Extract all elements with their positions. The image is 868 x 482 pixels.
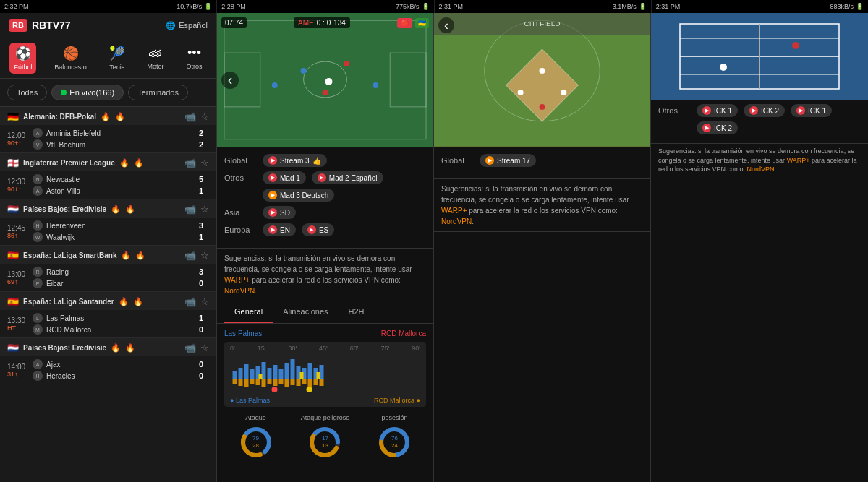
league-dfb-actions[interactable]: 📹 ☆ (184, 111, 209, 122)
ick1-btn-2[interactable]: ▶ ICK 1 (791, 104, 832, 117)
mad2-btn[interactable]: ▶ Mad 2 Español (312, 171, 383, 184)
team-heerenveen: Heerenveen (46, 222, 85, 230)
svg-point-78 (792, 42, 799, 49)
nordvpn-link[interactable]: NordVPN (224, 287, 255, 295)
language-button[interactable]: 🌐 Español (166, 21, 208, 30)
record-icon-2[interactable]: 📹 (184, 158, 196, 168)
league-premier-actions[interactable]: 📹 ☆ (184, 158, 209, 168)
record-icon-6[interactable]: 📹 (184, 343, 196, 353)
record-icon-4[interactable]: 📹 (184, 250, 196, 261)
match-laspalmas-mallorca[interactable]: 13:30 HT L Las Palmas 1 M RCD Mallorca 0 (0, 310, 216, 338)
tennis-court (651, 13, 868, 100)
middle-nordvpn-link[interactable]: NordVPN (441, 218, 472, 225)
tab-todas[interactable]: Todas (7, 85, 47, 100)
league-eredivisie-2-actions[interactable]: 📹 ☆ (184, 343, 209, 353)
status-bar-1: 2:32 PM 10.7kB/s 🔋 (0, 0, 217, 13)
svg-rect-44 (308, 379, 312, 387)
ick2-btn-2[interactable]: ▶ ICK 2 (697, 121, 738, 134)
star-icon-3[interactable]: ☆ (200, 204, 209, 215)
match-ajax-heracles[interactable]: 14:00 31↑ A Ajax 0 H Heracles 0 (0, 356, 216, 384)
main-suggestion: Sugerencias: si la transmisión en vivo s… (217, 249, 433, 301)
star-icon-5[interactable]: ☆ (200, 296, 209, 307)
team-logo-villa: A (33, 186, 43, 196)
sport-motor[interactable]: 🏎 Motor (143, 43, 169, 74)
tab-general[interactable]: General (224, 301, 273, 323)
stat-ataque-peligroso: Ataque peligroso 17 13 (301, 414, 350, 460)
right-warp-link[interactable]: WARP+ (787, 157, 810, 164)
team-logo-ajax: A (33, 359, 43, 369)
ick1-btn-1[interactable]: ▶ ICK 1 (697, 104, 738, 117)
middle-video[interactable]: CITI FIELD ‹ (434, 13, 650, 147)
tab-terminados[interactable]: Terminados (128, 85, 188, 100)
score-heerenveen: 3 (199, 221, 209, 230)
right-panel-tennis: Otros ▶ ICK 1 ▶ ICK 2 ▶ ICK 1 (651, 13, 868, 482)
match-heerenveen-waalwijk[interactable]: 12:45 86↑ H Heerenveen 3 W Waalwijk 1 (0, 218, 216, 246)
league-eredivisie-1-actions[interactable]: 📹 ☆ (184, 204, 209, 215)
star-icon[interactable]: ☆ (200, 111, 209, 122)
filter-tabs: Todas En vivo(166) Terminados (0, 79, 216, 107)
tab-alineaciones[interactable]: Alineaciones (273, 301, 338, 323)
middle-warp-link[interactable]: WARP+ (441, 207, 467, 215)
match-newcastle-villa[interactable]: 12:30 90+↑ N Newcastle 5 A Aston Villa 1 (0, 171, 216, 199)
fire-6: 🔥 (125, 205, 135, 214)
timeline-chart: 0'15'30'45'60'75'90' (224, 342, 426, 407)
warp-link[interactable]: WARP+ (224, 276, 250, 284)
stream3-btn[interactable]: ▶ Stream 3 👍 (263, 154, 327, 167)
fire-11: 🔥 (111, 343, 121, 353)
stats-section: Las Palmas RCD Mallorca 0'15'30'45'60'75… (217, 324, 433, 482)
score-racing: 3 (199, 267, 209, 276)
flag-eng: 🏴󠁧󠁢󠁥󠁮󠁧󠁿 (7, 158, 19, 168)
score-newcastle: 5 (199, 175, 209, 184)
tab-h2h[interactable]: H2H (339, 301, 375, 323)
en-btn[interactable]: ▶ EN (263, 223, 296, 236)
league-premier-info: 🏴󠁧󠁢󠁥󠁮󠁧󠁿 Inglaterra: Premier League 🔥 🔥 (7, 158, 144, 168)
league-dfb-name: Alemania: DFB-Pokal (23, 113, 96, 121)
main-video[interactable]: 07:74 AME 0 : 0 134 🔴 🇺🇦 ‹ (217, 13, 433, 147)
team-logo-bielefeld: A (33, 128, 43, 138)
league-santander-actions[interactable]: 📹 ☆ (184, 296, 209, 307)
ick2-btn-1[interactable]: ▶ ICK 2 (744, 104, 785, 117)
tab-en-vivo[interactable]: En vivo(166) (51, 85, 124, 100)
league-eredivisie-2: 🇳🇱 Países Bajos: Eredivisie 🔥 🔥 📹 ☆ (0, 338, 216, 356)
svg-rect-46 (320, 379, 324, 386)
team-logo-bochum: V (33, 139, 43, 150)
star-icon-2[interactable]: ☆ (200, 158, 209, 168)
middle-global-label: Global (441, 156, 474, 165)
fire-10: 🔥 (133, 297, 143, 306)
star-icon-6[interactable]: ☆ (200, 343, 209, 353)
score-mallorca: 0 (199, 325, 209, 334)
sd-btn[interactable]: ▶ SD (263, 206, 296, 219)
video-overlay: 07:74 AME 0 : 0 134 🔴 🇺🇦 (217, 13, 433, 147)
match-racing-eibar[interactable]: 13:00 69↑ R Racing 3 E Eibar 0 (0, 264, 216, 292)
mad3-btn[interactable]: ▶ Mad 3 Deutsch (263, 189, 334, 202)
play-icon-es: ▶ (307, 225, 316, 234)
svg-rect-35 (256, 379, 260, 385)
sport-otros[interactable]: ••• Otros (182, 43, 207, 74)
record-icon-5[interactable]: 📹 (184, 296, 196, 307)
middle-nav-arrows[interactable]: ‹ (438, 17, 454, 33)
prev-arrow[interactable]: ‹ (221, 72, 239, 89)
stats-header: Las Palmas RCD Mallorca (224, 330, 426, 337)
logo: RB RBTV77 (9, 19, 71, 32)
league-premier-name: Inglaterra: Premier League (23, 159, 115, 167)
league-smartbank-actions[interactable]: 📹 ☆ (184, 250, 209, 261)
sport-baloncesto[interactable]: 🏀 Baloncesto (50, 43, 91, 74)
right-video[interactable] (651, 13, 868, 100)
team-rcd-header: RCD Mallorca (381, 330, 426, 337)
play-icon-ick2-2: ▶ (702, 124, 711, 132)
fire-9: 🔥 (119, 297, 129, 306)
star-icon-4[interactable]: ☆ (200, 250, 209, 261)
stream17-btn[interactable]: ▶ Stream 17 (480, 154, 536, 167)
mad1-btn[interactable]: ▶ Mad 1 (263, 171, 306, 184)
es-btn[interactable]: ▶ ES (302, 223, 334, 236)
sport-futbol[interactable]: ⚽ Fútbol (9, 43, 36, 74)
match-bielefeld-bochum[interactable]: 12:00 90+↑ A Arminia Bielefeld 2 V VfL B… (0, 125, 216, 153)
middle-prev-arrow[interactable]: ‹ (438, 17, 454, 33)
fire-3: 🔥 (119, 158, 129, 168)
record-icon-3[interactable]: 📹 (184, 204, 196, 215)
sport-tenis[interactable]: 🎾 Tenis (105, 43, 129, 74)
match-teams-5: L Las Palmas 1 M RCD Mallorca 0 (33, 313, 209, 335)
record-icon[interactable]: 📹 (184, 111, 196, 122)
right-nordvpn-link[interactable]: NordVPN (747, 165, 775, 173)
team-eibar: Eibar (46, 280, 63, 288)
